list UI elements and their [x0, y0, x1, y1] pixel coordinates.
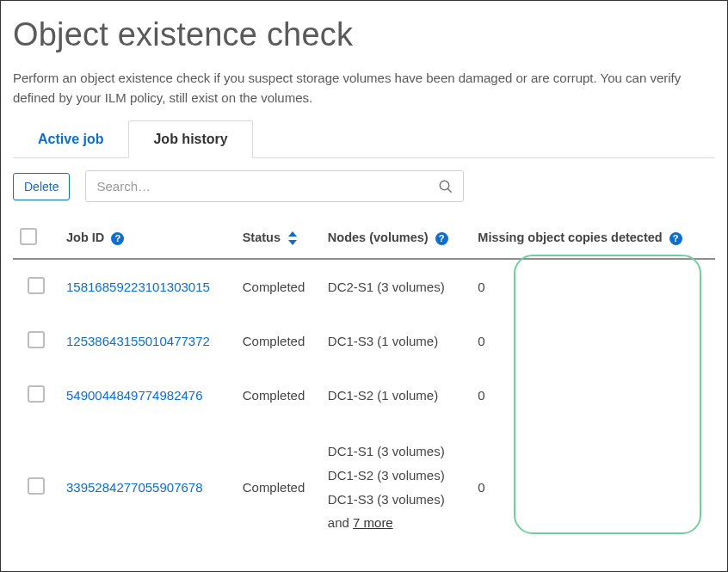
row-checkbox[interactable]	[28, 277, 45, 294]
nodes-cell: DC1-S1 (3 volumes) DC1-S2 (3 volumes) DC…	[321, 422, 472, 552]
job-id-link[interactable]: 5490044849774982476	[66, 388, 203, 403]
table-row: 3395284277055907678 Completed DC1-S1 (3 …	[13, 422, 715, 552]
more-nodes-link[interactable]: 7 more	[353, 515, 393, 530]
tab-job-history[interactable]: Job history	[128, 120, 252, 158]
svg-point-0	[441, 181, 450, 190]
delete-button[interactable]: Delete	[13, 173, 70, 200]
node-more: and 7 more	[328, 511, 465, 535]
missing-cell: 0	[471, 368, 715, 422]
nodes-cell: DC2-S1 (3 volumes)	[321, 259, 472, 314]
table-row: 15816859223101303015 Completed DC2-S1 (3…	[13, 259, 715, 314]
col-nodes[interactable]: Nodes (volumes) ?	[321, 219, 472, 259]
tabs: Active job Job history	[13, 120, 715, 158]
help-icon[interactable]: ?	[435, 232, 448, 245]
row-checkbox[interactable]	[28, 331, 45, 348]
status-cell: Completed	[236, 314, 321, 368]
svg-marker-3	[288, 240, 297, 245]
missing-cell: 0	[471, 259, 715, 314]
col-job-id[interactable]: Job ID ?	[59, 219, 236, 259]
missing-cell: 0	[471, 422, 715, 552]
job-id-link[interactable]: 12538643155010477372	[66, 334, 210, 348]
col-job-id-label: Job ID	[66, 231, 104, 244]
toolbar: Delete	[13, 170, 715, 202]
select-all-checkbox[interactable]	[20, 228, 37, 245]
nodes-cell: DC1-S3 (1 volume)	[321, 314, 472, 368]
svg-marker-2	[288, 231, 297, 237]
help-icon[interactable]: ?	[111, 232, 124, 245]
node-line: DC1-S2 (3 volumes)	[328, 464, 465, 488]
node-line: DC1-S3 (3 volumes)	[328, 488, 465, 512]
job-id-link[interactable]: 3395284277055907678	[66, 480, 203, 495]
nodes-cell: DC1-S2 (1 volume)	[321, 368, 472, 422]
help-icon[interactable]: ?	[669, 232, 682, 245]
node-line: DC1-S1 (3 volumes)	[328, 440, 465, 464]
job-history-table: Job ID ? Status Nodes (volumes) ?	[13, 219, 715, 552]
sort-icon[interactable]	[287, 231, 298, 245]
status-cell: Completed	[236, 422, 321, 552]
col-missing[interactable]: Missing object copies detected ?	[471, 219, 715, 259]
search-wrap	[85, 170, 464, 202]
search-input[interactable]	[85, 170, 464, 202]
status-cell: Completed	[236, 368, 321, 422]
job-id-link[interactable]: 15816859223101303015	[66, 280, 210, 294]
col-status-label: Status	[243, 231, 281, 244]
row-checkbox[interactable]	[28, 385, 45, 403]
row-checkbox[interactable]	[28, 477, 45, 495]
page-title: Object existence check	[13, 16, 715, 53]
table-row: 12538643155010477372 Completed DC1-S3 (1…	[13, 314, 715, 368]
table-row: 5490044849774982476 Completed DC1-S2 (1 …	[13, 368, 715, 422]
col-missing-label: Missing object copies detected	[478, 231, 662, 244]
page-description: Perform an object existence check if you…	[13, 69, 715, 108]
missing-cell: 0	[471, 314, 715, 368]
status-cell: Completed	[236, 259, 321, 314]
col-status[interactable]: Status	[236, 219, 321, 259]
search-icon	[438, 179, 453, 194]
svg-line-1	[448, 188, 453, 193]
tab-active-job[interactable]: Active job	[13, 120, 128, 158]
col-nodes-label: Nodes (volumes)	[328, 231, 429, 244]
